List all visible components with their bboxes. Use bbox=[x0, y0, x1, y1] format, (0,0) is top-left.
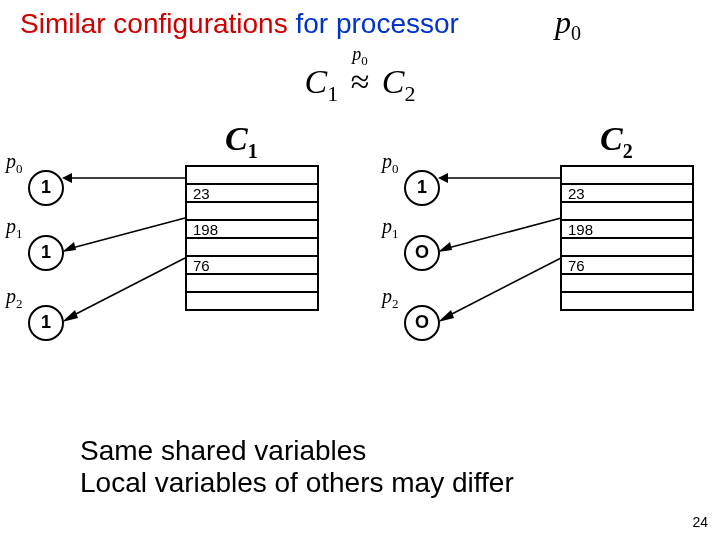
config-label-c1: C1 bbox=[225, 120, 258, 163]
stack-c1-cell-1: 23 bbox=[187, 185, 317, 203]
stack-c1-cell-7 bbox=[187, 293, 317, 311]
svg-line-4 bbox=[72, 258, 185, 316]
stack-c2: 23 198 76 bbox=[560, 165, 694, 311]
proc-label-c2-p1: p1 bbox=[382, 215, 399, 242]
approx-c2: C2 bbox=[382, 63, 416, 100]
stack-c2-cell-7 bbox=[562, 293, 692, 311]
svg-marker-3 bbox=[62, 242, 76, 252]
local-var-c2-p2: O bbox=[404, 305, 440, 341]
proc-label-c1-p1: p1 bbox=[6, 215, 23, 242]
svg-marker-9 bbox=[438, 242, 452, 252]
stack-c2-cell-2 bbox=[562, 203, 692, 221]
title-part-for: for bbox=[295, 8, 328, 39]
arrow-c2-p1 bbox=[438, 212, 563, 252]
config-label-c2: C2 bbox=[600, 120, 633, 163]
svg-line-10 bbox=[448, 258, 561, 316]
local-var-c1-p1: 1 bbox=[28, 235, 64, 271]
approx-relation: p0 C1 ≈ C2 bbox=[0, 44, 720, 106]
stack-c1-cell-5: 76 bbox=[187, 257, 317, 275]
svg-line-8 bbox=[448, 218, 561, 248]
stack-c2-cell-0 bbox=[562, 167, 692, 185]
proc-label-c1-p2: p2 bbox=[6, 285, 23, 312]
stack-c2-cell-6 bbox=[562, 275, 692, 293]
slide-title: Similar configurations for processor bbox=[20, 8, 459, 40]
stack-c1-cell-2 bbox=[187, 203, 317, 221]
title-part-processor: processor bbox=[336, 8, 459, 39]
stack-c2-cell-3: 198 bbox=[562, 221, 692, 239]
stack-c1-cell-4 bbox=[187, 239, 317, 257]
stack-c2-cell-1: 23 bbox=[562, 185, 692, 203]
arrow-c1-p2 bbox=[62, 252, 187, 322]
svg-marker-11 bbox=[438, 310, 454, 322]
arrow-c2-p0 bbox=[438, 172, 563, 184]
local-var-c1-p2: 1 bbox=[28, 305, 64, 341]
title-p0-symbol: p0 bbox=[555, 4, 581, 45]
stack-c2-cell-5: 76 bbox=[562, 257, 692, 275]
local-var-c2-p0: 1 bbox=[404, 170, 440, 206]
svg-marker-7 bbox=[438, 173, 448, 183]
approx-c1: C1 bbox=[304, 63, 338, 100]
stack-c1: 23 198 76 bbox=[185, 165, 319, 311]
svg-marker-5 bbox=[62, 310, 78, 322]
arrow-c2-p2 bbox=[438, 252, 563, 322]
proc-label-c2-p0: p0 bbox=[382, 150, 399, 177]
local-var-c1-p0: 1 bbox=[28, 170, 64, 206]
stack-c1-cell-0 bbox=[187, 167, 317, 185]
stack-c2-cell-4 bbox=[562, 239, 692, 257]
arrow-c1-p0 bbox=[62, 172, 187, 184]
stack-c1-cell-3: 198 bbox=[187, 221, 317, 239]
page-number: 24 bbox=[692, 514, 708, 530]
caption: Same shared variables Local variables of… bbox=[80, 435, 514, 499]
stack-c1-cell-6 bbox=[187, 275, 317, 293]
caption-line-2: Local variables of others may differ bbox=[80, 467, 514, 499]
local-var-c2-p1: O bbox=[404, 235, 440, 271]
approx-operator: ≈ bbox=[347, 63, 374, 100]
svg-line-2 bbox=[72, 218, 185, 248]
caption-line-1: Same shared variables bbox=[80, 435, 514, 467]
proc-label-c2-p2: p2 bbox=[382, 285, 399, 312]
svg-marker-1 bbox=[62, 173, 72, 183]
title-part-red: Similar configurations bbox=[20, 8, 288, 39]
proc-label-c1-p0: p0 bbox=[6, 150, 23, 177]
arrow-c1-p1 bbox=[62, 212, 187, 252]
